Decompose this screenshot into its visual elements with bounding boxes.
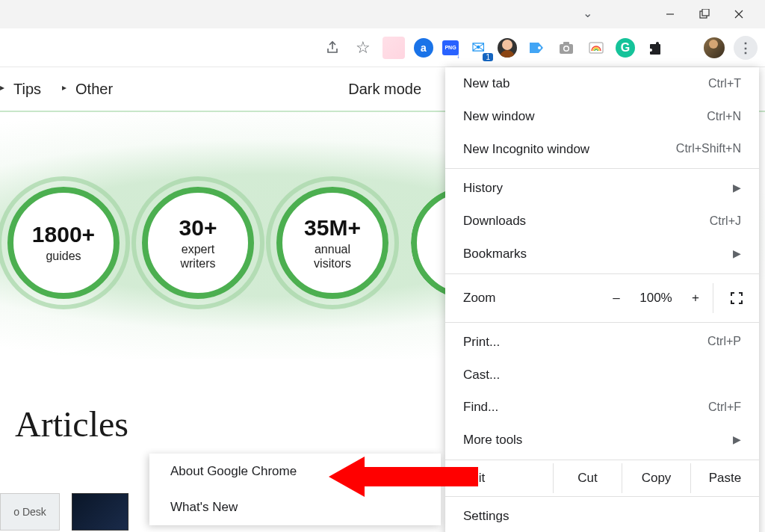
svg-point-9: [565, 46, 569, 50]
extension-camera[interactable]: [556, 37, 577, 58]
stat-label: annual visitors: [314, 242, 351, 270]
minimize-button[interactable]: [653, 2, 687, 26]
menu-label: Cast...: [463, 366, 500, 384]
sidepanel-icon[interactable]: [674, 37, 695, 58]
annotation-arrow: [329, 451, 478, 503]
menu-label: Find...: [463, 398, 498, 416]
menu-divider: [445, 460, 759, 460]
close-button[interactable]: [722, 2, 756, 26]
stat-label: expert writers: [180, 242, 215, 270]
zoom-out-button[interactable]: –: [599, 291, 634, 306]
menu-label: Bookmarks: [463, 245, 527, 263]
stat-circle: 35M+ annual visitors: [276, 187, 388, 299]
svg-rect-2: [702, 9, 709, 16]
svg-marker-11: [329, 457, 478, 497]
menu-edit-row: Edit Cut Copy Paste: [445, 463, 759, 493]
edit-paste-button[interactable]: Paste: [690, 463, 759, 493]
menu-more-tools[interactable]: More tools ▶: [445, 424, 759, 457]
stat-number: 35M+: [304, 215, 361, 241]
menu-new-window[interactable]: New window Ctrl+N: [445, 100, 759, 133]
menu-new-incognito[interactable]: New Incognito window Ctrl+Shift+N: [445, 133, 759, 166]
menu-shortcut: Ctrl+T: [708, 75, 741, 92]
menu-divider: [445, 168, 759, 169]
menu-shortcut: Ctrl+Shift+N: [676, 140, 741, 157]
edit-cut-button[interactable]: Cut: [553, 463, 622, 493]
share-icon[interactable]: [323, 37, 344, 58]
menu-label: New tab: [463, 75, 510, 93]
menu-label: About Google Chrome: [170, 463, 297, 480]
menu-label: History: [463, 179, 503, 197]
chevron-down-icon[interactable]: ⌄: [583, 6, 592, 20]
dark-mode-toggle[interactable]: Dark mode: [348, 81, 421, 98]
menu-label: New window: [463, 108, 534, 126]
fullscreen-button[interactable]: [713, 283, 759, 313]
stat-number: 30+: [179, 215, 217, 241]
menu-downloads[interactable]: Downloads Ctrl+J: [445, 205, 759, 238]
article-thumb[interactable]: [72, 493, 128, 531]
mail-badge: 1: [483, 53, 493, 61]
menu-zoom: Zoom – 100% +: [445, 277, 759, 319]
stat-number: 1800+: [32, 222, 95, 247]
profile-avatar[interactable]: [704, 37, 725, 58]
zoom-value: 100%: [634, 291, 678, 306]
article-thumbs: o Desk: [0, 493, 128, 531]
svg-rect-7: [563, 42, 569, 45]
stat-circle: 1800+ guides: [7, 187, 120, 299]
menu-shortcut: Ctrl+P: [707, 333, 741, 350]
menu-find[interactable]: Find... Ctrl+F: [445, 391, 759, 424]
submenu-arrow-icon: ▶: [733, 247, 741, 262]
star-icon[interactable]: ☆: [353, 37, 374, 58]
maximize-button[interactable]: [687, 2, 722, 26]
submenu-arrow-icon: ▶: [733, 433, 741, 448]
menu-label: Settings: [463, 507, 509, 525]
menu-cast[interactable]: Cast...: [445, 359, 759, 392]
menu-settings[interactable]: Settings: [445, 500, 759, 532]
menu-bookmarks[interactable]: Bookmarks ▶: [445, 238, 759, 270]
edit-copy-button[interactable]: Copy: [622, 463, 690, 493]
menu-print[interactable]: Print... Ctrl+P: [445, 326, 759, 359]
menu-label: What's New: [170, 498, 238, 516]
menu-history[interactable]: History ▶: [445, 172, 759, 205]
article-thumb[interactable]: o Desk: [0, 493, 60, 531]
extension-pink[interactable]: [382, 37, 405, 59]
menu-label: New Incognito window: [463, 140, 589, 158]
svg-point-5: [538, 46, 541, 49]
extension-rainbow[interactable]: [586, 37, 607, 58]
browser-toolbar: ☆ a PNG ✉1 G ⋮: [0, 28, 765, 67]
extension-avatar[interactable]: [498, 38, 517, 58]
extension-mail[interactable]: ✉1: [468, 37, 489, 58]
extension-tag[interactable]: [526, 37, 547, 58]
window-controls: ⌄: [0, 0, 765, 28]
menu-shortcut: Ctrl+N: [707, 108, 741, 125]
zoom-in-button[interactable]: +: [678, 291, 713, 306]
extension-grammarly[interactable]: G: [616, 38, 635, 58]
stat-label: guides: [46, 249, 81, 263]
chrome-menu-button[interactable]: ⋮: [734, 36, 758, 60]
articles-heading: Articles: [15, 403, 128, 445]
menu-label: Print...: [463, 333, 500, 351]
stat-circle: 30+ expert writers: [142, 187, 254, 299]
menu-label: Zoom: [463, 291, 599, 306]
nav-tips[interactable]: Tips: [0, 81, 41, 98]
menu-shortcut: Ctrl+J: [710, 213, 741, 229]
menu-divider: [445, 496, 759, 497]
menu-label: More tools: [463, 431, 522, 449]
menu-shortcut: Ctrl+F: [708, 399, 741, 415]
nav-other[interactable]: Other: [62, 81, 113, 98]
extensions-icon[interactable]: [644, 37, 665, 58]
extension-a[interactable]: a: [414, 38, 433, 58]
submenu-arrow-icon: ▶: [733, 181, 741, 196]
menu-label: Downloads: [463, 212, 526, 230]
menu-divider: [445, 273, 759, 274]
menu-divider: [445, 322, 759, 323]
menu-new-tab[interactable]: New tab Ctrl+T: [445, 67, 759, 100]
chrome-menu: New tab Ctrl+T New window Ctrl+N New Inc…: [445, 67, 759, 532]
extension-png[interactable]: PNG: [442, 40, 459, 55]
